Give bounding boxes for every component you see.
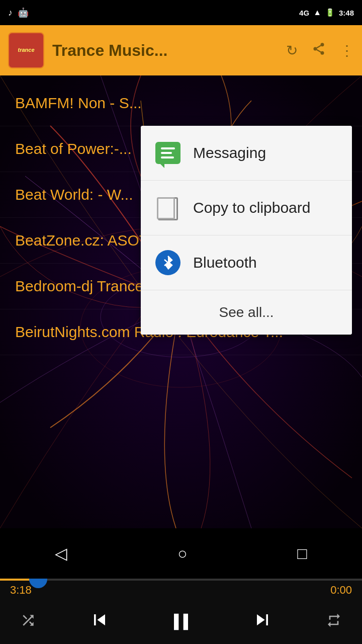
- signal-type: 4G: [299, 9, 309, 17]
- menu-item-bluetooth[interactable]: Bluetooth: [141, 235, 352, 290]
- svg-line-4: [317, 45, 321, 48]
- battery-icon: 🔋: [325, 8, 335, 17]
- refresh-button[interactable]: ↻: [286, 42, 298, 59]
- pause-button[interactable]: [163, 604, 199, 640]
- msg-line-2: [161, 152, 172, 154]
- signal-bars: ▲: [313, 8, 321, 17]
- shuffle-button[interactable]: [20, 612, 36, 632]
- time-bar: 3:18 0:00: [0, 583, 362, 600]
- current-time: 3:18: [10, 584, 32, 597]
- svg-point-1: [314, 47, 317, 50]
- app-bar-actions: ↻ ⋮: [286, 42, 354, 59]
- messaging-icon-wrap: [155, 140, 181, 166]
- msg-line-1: [161, 147, 175, 149]
- android-icon: 🤖: [18, 7, 29, 18]
- bluetooth-icon: [155, 250, 180, 275]
- copy-label: Copy to clipboard: [193, 199, 310, 216]
- bluetooth-icon-wrap: [155, 250, 181, 276]
- clock: 3:48: [339, 9, 354, 17]
- app-bar: trance Trance Music... ↻ ⋮: [0, 25, 362, 75]
- total-time: 0:00: [330, 584, 352, 597]
- clipboard-icon: [157, 195, 179, 220]
- recents-button[interactable]: □: [297, 544, 307, 563]
- clipboard-icon-wrap: [155, 195, 181, 221]
- messaging-icon: [155, 142, 180, 164]
- message-lines: [161, 147, 175, 158]
- messaging-label: Messaging: [193, 144, 266, 162]
- prev-button[interactable]: [88, 609, 111, 635]
- context-menu: Messaging Copy to clipboard: [141, 126, 352, 335]
- nav-bar: ◁ ○ □: [0, 528, 362, 579]
- share-button[interactable]: [312, 42, 326, 59]
- next-button[interactable]: [251, 609, 274, 635]
- home-button[interactable]: ○: [177, 544, 187, 563]
- svg-line-3: [317, 49, 321, 52]
- bluetooth-label: Bluetooth: [193, 254, 257, 271]
- svg-point-2: [321, 51, 324, 54]
- back-button[interactable]: ◁: [55, 544, 67, 563]
- app-logo: trance: [8, 32, 44, 68]
- menu-item-messaging[interactable]: Messaging: [141, 126, 352, 181]
- status-left: ♪ 🤖: [8, 7, 29, 18]
- svg-line-8: [164, 260, 168, 263]
- context-menu-overlay[interactable]: Messaging Copy to clipboard: [0, 75, 362, 528]
- menu-item-copy[interactable]: Copy to clipboard: [141, 181, 352, 235]
- msg-line-3: [161, 156, 174, 158]
- player-controls: [0, 600, 362, 644]
- see-all-label: See all...: [219, 304, 274, 320]
- clipboard-front: [157, 197, 175, 219]
- music-icon: ♪: [8, 8, 13, 18]
- see-all-item[interactable]: See all...: [141, 290, 352, 335]
- more-button[interactable]: ⋮: [340, 42, 354, 59]
- svg-point-0: [321, 43, 324, 46]
- app-title: Trance Music...: [52, 41, 278, 60]
- repeat-button[interactable]: [326, 612, 342, 632]
- status-bar: ♪ 🤖 4G ▲ 🔋 3:48: [0, 0, 362, 25]
- main-content: BAMFM! Non - S... Beat of Power:-... Bea…: [0, 75, 362, 528]
- status-right: 4G ▲ 🔋 3:48: [299, 8, 354, 17]
